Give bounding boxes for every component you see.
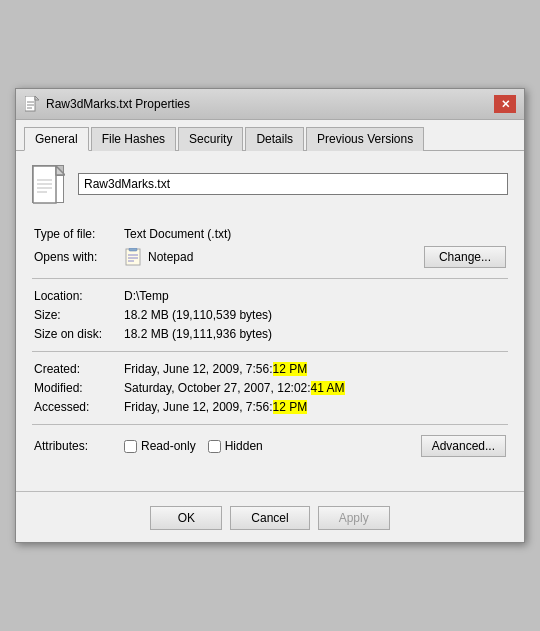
size-disk-value: 18.2 MB (19,111,936 bytes) bbox=[124, 327, 272, 341]
close-button[interactable]: ✕ bbox=[494, 95, 516, 113]
opens-with-content: Notepad Change... bbox=[124, 246, 506, 268]
modified-highlight: 41 AM bbox=[311, 381, 345, 395]
accessed-label: Accessed: bbox=[34, 400, 124, 414]
modified-label: Modified: bbox=[34, 381, 124, 395]
created-prefix: Friday, June 12, 2009, 7:56: bbox=[124, 362, 273, 376]
svg-marker-1 bbox=[35, 96, 39, 100]
size-row: Size: 18.2 MB (19,110,539 bytes) bbox=[32, 308, 508, 322]
title-bar-left: Raw3dMarks.txt Properties bbox=[24, 96, 190, 112]
svg-marker-6 bbox=[56, 166, 65, 175]
size-value: 18.2 MB (19,110,539 bytes) bbox=[124, 308, 272, 322]
file-icon bbox=[32, 165, 64, 203]
tab-previous-versions[interactable]: Previous Versions bbox=[306, 127, 424, 151]
location-label: Location: bbox=[34, 289, 124, 303]
hidden-checkbox-label[interactable]: Hidden bbox=[208, 439, 263, 453]
change-button[interactable]: Change... bbox=[424, 246, 506, 268]
svg-rect-11 bbox=[126, 249, 140, 265]
tab-security[interactable]: Security bbox=[178, 127, 243, 151]
hidden-label: Hidden bbox=[225, 439, 263, 453]
location-value: D:\Temp bbox=[124, 289, 169, 303]
properties-window: Raw3dMarks.txt Properties ✕ General File… bbox=[15, 88, 525, 543]
created-row: Created: Friday, June 12, 2009, 7:56:12 … bbox=[32, 362, 508, 376]
readonly-checkbox[interactable] bbox=[124, 440, 137, 453]
readonly-checkbox-label[interactable]: Read-only bbox=[124, 439, 196, 453]
created-value: Friday, June 12, 2009, 7:56:12 PM bbox=[124, 362, 307, 376]
notepad-icon bbox=[124, 248, 142, 266]
separator-1 bbox=[32, 278, 508, 279]
readonly-label: Read-only bbox=[141, 439, 196, 453]
attributes-label: Attributes: bbox=[34, 439, 124, 453]
window-title: Raw3dMarks.txt Properties bbox=[46, 97, 190, 111]
type-value: Text Document (.txt) bbox=[124, 227, 231, 241]
modified-prefix: Saturday, October 27, 2007, 12:02: bbox=[124, 381, 311, 395]
tab-file-hashes[interactable]: File Hashes bbox=[91, 127, 176, 151]
title-bar: Raw3dMarks.txt Properties ✕ bbox=[16, 89, 524, 120]
location-row: Location: D:\Temp bbox=[32, 289, 508, 303]
cancel-button[interactable]: Cancel bbox=[230, 506, 309, 530]
apply-button[interactable]: Apply bbox=[318, 506, 390, 530]
size-disk-row: Size on disk: 18.2 MB (19,111,936 bytes) bbox=[32, 327, 508, 341]
created-highlight: 12 PM bbox=[273, 362, 308, 376]
tab-details[interactable]: Details bbox=[245, 127, 304, 151]
opens-with-row: Opens with: Notepad Change... bbox=[32, 246, 508, 268]
bottom-buttons: OK Cancel Apply bbox=[16, 491, 524, 542]
tab-content-general: Type of file: Text Document (.txt) Opens… bbox=[16, 151, 524, 471]
svg-rect-12 bbox=[129, 248, 137, 251]
created-label: Created: bbox=[34, 362, 124, 376]
accessed-prefix: Friday, June 12, 2009, 7:56: bbox=[124, 400, 273, 414]
file-name-input[interactable] bbox=[78, 173, 508, 195]
opens-with-app: Notepad bbox=[148, 250, 193, 264]
size-label: Size: bbox=[34, 308, 124, 322]
svg-rect-0 bbox=[25, 96, 35, 111]
window-icon bbox=[24, 96, 40, 112]
attributes-controls: Read-only Hidden Advanced... bbox=[124, 435, 506, 457]
accessed-value: Friday, June 12, 2009, 7:56:12 PM bbox=[124, 400, 307, 414]
accessed-row: Accessed: Friday, June 12, 2009, 7:56:12… bbox=[32, 400, 508, 414]
ok-button[interactable]: OK bbox=[150, 506, 222, 530]
separator-2 bbox=[32, 351, 508, 352]
separator-3 bbox=[32, 424, 508, 425]
file-header bbox=[32, 165, 508, 213]
advanced-button[interactable]: Advanced... bbox=[421, 435, 506, 457]
modified-value: Saturday, October 27, 2007, 12:02:41 AM bbox=[124, 381, 345, 395]
size-disk-label: Size on disk: bbox=[34, 327, 124, 341]
type-label: Type of file: bbox=[34, 227, 124, 241]
attributes-row: Attributes: Read-only Hidden Advanced... bbox=[32, 435, 508, 457]
type-row: Type of file: Text Document (.txt) bbox=[32, 227, 508, 241]
accessed-highlight: 12 PM bbox=[273, 400, 308, 414]
opens-with-label: Opens with: bbox=[34, 250, 124, 264]
hidden-checkbox[interactable] bbox=[208, 440, 221, 453]
tab-general[interactable]: General bbox=[24, 127, 89, 151]
tab-bar: General File Hashes Security Details Pre… bbox=[16, 120, 524, 151]
modified-row: Modified: Saturday, October 27, 2007, 12… bbox=[32, 381, 508, 395]
